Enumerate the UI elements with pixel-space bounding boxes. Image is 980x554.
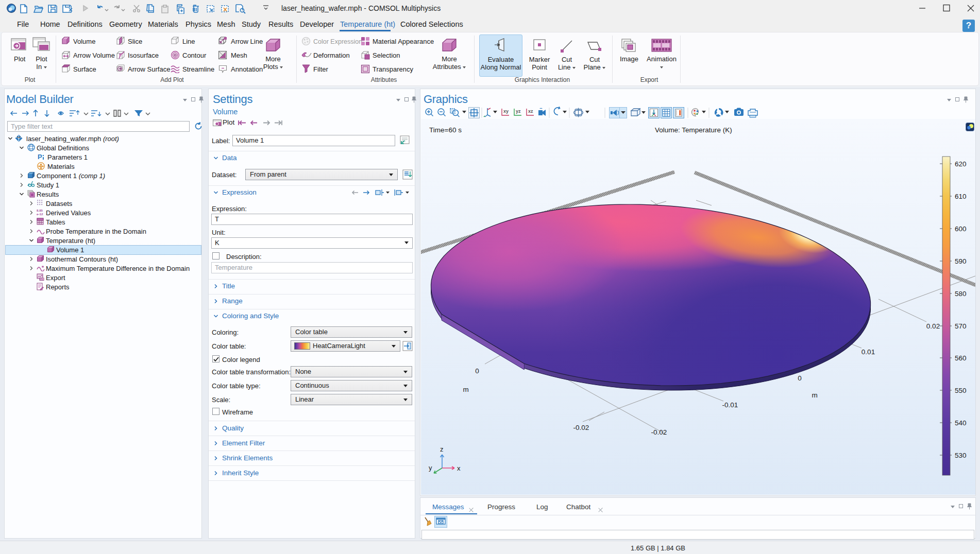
svg-text:-0.01: -0.01: [722, 401, 738, 409]
svg-text:8.85: 8.85: [37, 209, 43, 212]
svg-text:z: z: [440, 445, 444, 453]
svg-text:m: m: [812, 391, 817, 399]
svg-text:0: 0: [475, 367, 479, 375]
svg-text:0.01: 0.01: [861, 348, 875, 356]
svg-text:580: 580: [955, 290, 967, 298]
svg-text:590: 590: [955, 257, 967, 265]
svg-text:P: P: [38, 153, 42, 161]
svg-text:540: 540: [955, 419, 967, 427]
svg-text:xz: xz: [528, 109, 533, 114]
svg-text:-0.02: -0.02: [573, 424, 589, 431]
svg-text:530: 530: [955, 452, 967, 459]
svg-text:550: 550: [955, 387, 967, 394]
svg-text:620: 620: [955, 160, 967, 168]
svg-text:xy: xy: [503, 109, 509, 114]
svg-text:m: m: [463, 386, 468, 393]
svg-text:560: 560: [955, 354, 967, 362]
svg-text:0: 0: [798, 374, 802, 382]
svg-text:600: 600: [955, 225, 967, 233]
svg-text:570: 570: [955, 322, 967, 330]
svg-text:0.02: 0.02: [926, 322, 940, 330]
svg-text:-0.02: -0.02: [651, 428, 667, 436]
svg-text:610: 610: [955, 193, 967, 200]
svg-text:e-12: e-12: [37, 212, 43, 216]
svg-text:yz: yz: [516, 109, 521, 114]
svg-text:y: y: [429, 464, 432, 472]
svg-text:x: x: [457, 464, 461, 472]
svg-text:123: 123: [40, 278, 44, 281]
